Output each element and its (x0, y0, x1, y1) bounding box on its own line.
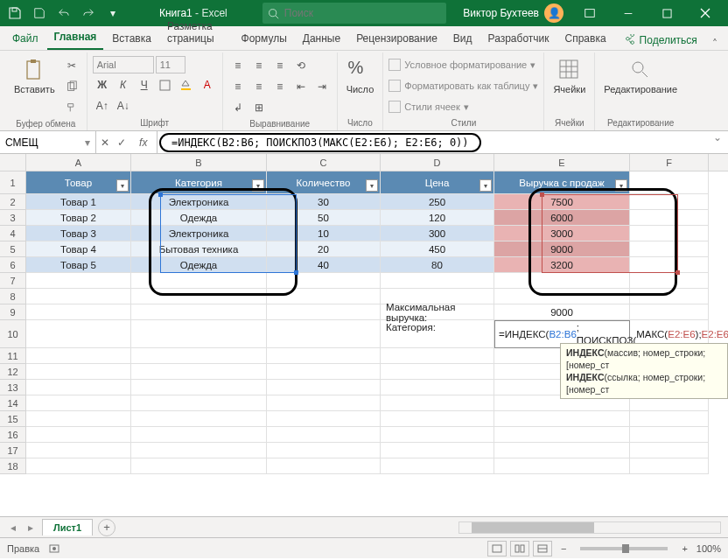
cell[interactable] (26, 289, 131, 304)
row-header[interactable]: 13 (0, 380, 26, 396)
cancel-formula-icon[interactable]: ✕ (101, 136, 109, 149)
tab-layout[interactable]: Разметка страницы (160, 15, 233, 50)
worksheet-grid[interactable]: A B C D E F 1 2 3 4 5 6 7 8 9 10 11 12 1… (0, 154, 728, 516)
cell[interactable] (630, 257, 709, 273)
cell[interactable] (381, 348, 494, 364)
cell[interactable]: 10 (267, 226, 381, 242)
table-header[interactable]: Цена▾ (381, 172, 494, 194)
wrap-text-icon[interactable]: ↲ (228, 98, 248, 117)
cell[interactable]: Товар 4 (26, 242, 131, 257)
border-icon[interactable] (156, 75, 175, 94)
horizontal-scrollbar[interactable] (458, 522, 721, 534)
cell[interactable] (26, 443, 131, 458)
row-header[interactable]: 16 (0, 427, 26, 443)
zoom-out-icon[interactable]: − (561, 543, 566, 554)
filter-icon[interactable]: ▾ (116, 179, 129, 192)
cell[interactable]: 3200 (494, 257, 630, 273)
col-header-E[interactable]: E (494, 154, 630, 171)
cell[interactable] (381, 380, 494, 396)
cell[interactable] (267, 411, 381, 427)
cell[interactable]: Электроника (131, 194, 267, 210)
copy-icon[interactable] (62, 77, 81, 96)
cell[interactable] (267, 320, 381, 348)
zoom-slider[interactable] (580, 547, 668, 550)
tab-developer[interactable]: Разработчик (481, 27, 556, 50)
grow-font-icon[interactable]: А↑ (93, 96, 112, 116)
cell[interactable] (131, 348, 267, 364)
cell[interactable]: 40 (267, 257, 381, 273)
tab-home[interactable]: Главная (47, 25, 104, 50)
cell[interactable] (131, 364, 267, 380)
cell[interactable]: Категория: (381, 320, 494, 348)
cell[interactable]: Одежда (131, 257, 267, 273)
cell[interactable] (267, 348, 381, 364)
cell[interactable] (26, 304, 131, 320)
cell[interactable] (381, 458, 494, 474)
cell[interactable] (630, 226, 709, 242)
align-left-icon[interactable]: ≡ (228, 77, 248, 96)
close-icon[interactable] (686, 0, 724, 26)
cell[interactable] (267, 443, 381, 458)
cell[interactable] (630, 443, 709, 458)
table-header[interactable]: Выручка с продаж▾ (494, 172, 630, 194)
share-button[interactable]: Поделиться (615, 31, 706, 50)
editing-button[interactable]: Редактирование (600, 56, 681, 96)
cell[interactable] (494, 427, 630, 443)
underline-icon[interactable]: Ч (135, 75, 154, 94)
cell[interactable] (131, 304, 267, 320)
cell[interactable] (26, 458, 131, 474)
sheet-tab[interactable]: Лист1 (42, 519, 93, 536)
col-header-D[interactable]: D (381, 154, 494, 171)
maximize-icon[interactable] (648, 0, 686, 26)
cell[interactable] (26, 364, 131, 380)
shrink-font-icon[interactable]: А↓ (114, 96, 133, 116)
table-header[interactable]: Товар▾ (26, 172, 131, 194)
tab-data[interactable]: Данные (296, 27, 347, 50)
cell[interactable] (267, 458, 381, 474)
cell[interactable] (131, 411, 267, 427)
font-family-combo[interactable]: Arial (93, 56, 154, 74)
cell[interactable]: 450 (381, 242, 494, 257)
name-box-dropdown-icon[interactable]: ▾ (85, 136, 90, 149)
name-box[interactable]: СМЕЩ ▾ (0, 131, 96, 153)
format-painter-icon[interactable] (62, 98, 81, 117)
row-header[interactable]: 3 (0, 210, 26, 226)
view-page-break-icon[interactable] (533, 541, 552, 556)
indent-inc-icon[interactable]: ⇥ (312, 77, 332, 96)
redo-icon[interactable] (77, 2, 100, 24)
cell[interactable] (26, 320, 131, 348)
qat-dropdown-icon[interactable]: ▾ (102, 2, 124, 24)
cells-button[interactable]: Ячейки (550, 56, 589, 96)
align-middle-icon[interactable]: ≡ (249, 56, 269, 75)
row-header[interactable]: 7 (0, 273, 26, 289)
cell[interactable] (381, 364, 494, 380)
row-header[interactable]: 15 (0, 411, 26, 427)
minimize-icon[interactable]: ─ (609, 0, 648, 26)
collapse-ribbon-icon[interactable]: ˄ (708, 38, 723, 50)
format-as-table-button[interactable]: Форматировать как таблицу ▾ (388, 77, 538, 94)
col-header-A[interactable]: A (26, 154, 131, 171)
row-header[interactable]: 4 (0, 226, 26, 242)
cell[interactable] (630, 172, 709, 194)
sheet-nav-prev-icon[interactable]: ◂ (7, 522, 19, 534)
fill-color-icon[interactable] (177, 75, 196, 94)
cell[interactable]: 80 (381, 257, 494, 273)
merge-icon[interactable]: ⊞ (249, 98, 269, 117)
row-header[interactable]: 12 (0, 364, 26, 380)
table-header[interactable]: Категория▾ (131, 172, 267, 194)
cell[interactable] (26, 411, 131, 427)
cell[interactable] (494, 443, 630, 458)
macro-record-icon[interactable] (48, 542, 60, 555)
cell[interactable]: 9000 (494, 304, 630, 320)
paste-button[interactable]: Вставить (10, 56, 59, 96)
align-center-icon[interactable]: ≡ (249, 77, 269, 96)
row-header[interactable]: 1 (0, 172, 26, 194)
cell[interactable]: Одежда (131, 210, 267, 226)
autosave-icon[interactable] (4, 2, 26, 24)
cell[interactable]: 6000 (494, 210, 630, 226)
search-input[interactable] (284, 7, 441, 19)
cell[interactable] (267, 396, 381, 411)
cell[interactable]: 250 (381, 194, 494, 210)
cell[interactable] (494, 289, 630, 304)
cell[interactable] (630, 427, 709, 443)
